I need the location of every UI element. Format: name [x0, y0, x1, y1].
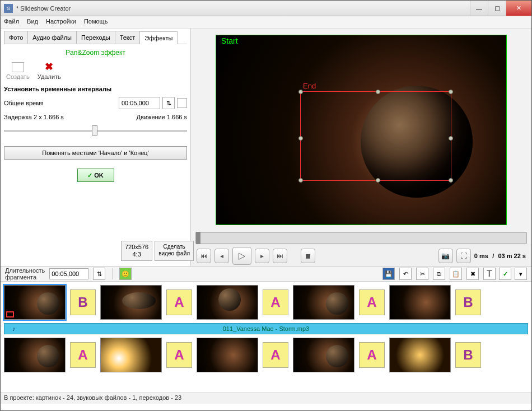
panzoom-indicator-icon [6, 311, 14, 317]
create-effect-button[interactable]: Создать [6, 62, 30, 80]
seek-bar[interactable] [195, 232, 527, 244]
menu-view[interactable]: Вид [27, 18, 38, 26]
transition-6[interactable]: A [70, 342, 96, 368]
transition-3[interactable]: A [263, 289, 288, 315]
tab-effects[interactable]: Эффекты [139, 31, 178, 44]
transition-8[interactable]: A [263, 342, 288, 368]
delete-label: Удалить [38, 73, 61, 80]
stop-button[interactable]: ◼ [301, 249, 315, 263]
time-spinner[interactable]: ⇅ [162, 97, 175, 109]
time-position: 0 ms [474, 253, 488, 259]
face-thumbnail[interactable]: 🙂 [119, 268, 132, 280]
paste-icon[interactable]: 📋 [450, 268, 462, 280]
snapshot-button[interactable]: 📷 [438, 249, 453, 263]
delete-x-icon: ✖ [43, 62, 55, 72]
timeline[interactable]: B A A A B ♪ 011_Vanessa Mae - Storm.mp3 … [1, 282, 531, 393]
tab-transitions[interactable]: Переходы [76, 31, 115, 44]
tab-audio[interactable]: Аудио файлы [27, 31, 77, 44]
create-label: Создать [6, 73, 30, 80]
clip-8[interactable] [197, 338, 258, 372]
clip-3[interactable] [197, 285, 258, 320]
left-panel: Фото Аудио файлы Переходы Текст Эффекты … [1, 29, 191, 266]
go-end-button[interactable]: ⏭ [273, 249, 287, 263]
preview-canvas[interactable]: Start End [216, 35, 507, 225]
minimize-button[interactable]: — [470, 1, 488, 16]
delay-label: Задержка 2 x 1.666 s [4, 114, 64, 120]
text-tool-icon[interactable]: T [483, 268, 496, 280]
total-time-label: Общее время [4, 100, 44, 106]
resolution-box[interactable]: 720x576 4:3 [121, 241, 152, 261]
slider-thumb[interactable] [92, 125, 97, 136]
start-frame-label: Start [220, 36, 240, 45]
window-title: * Slideshow Creator [16, 5, 470, 12]
end-frame-box[interactable]: End [300, 91, 451, 181]
ok-button[interactable]: OK [77, 169, 114, 182]
motion-label: Движение 1.666 s [137, 114, 187, 120]
tab-text[interactable]: Текст [115, 31, 141, 44]
timeline-row-1: B A A A B [4, 285, 528, 320]
apply-icon[interactable]: ✓ [499, 268, 511, 280]
save-icon[interactable]: 💾 [382, 268, 395, 280]
fullscreen-button[interactable]: ⛶ [456, 249, 471, 263]
menu-help[interactable]: Помощь [84, 18, 108, 26]
swap-start-end-button[interactable]: Поменять местами 'Начало' и 'Конец' [4, 146, 187, 160]
fragment-duration-input[interactable] [49, 268, 88, 279]
next-frame-button[interactable]: ▸ [255, 249, 269, 263]
delete-icon[interactable]: ✖ [466, 268, 479, 280]
transition-9[interactable]: A [359, 342, 385, 368]
clip-10[interactable] [389, 338, 451, 372]
menu-settings[interactable]: Настройки [46, 18, 76, 26]
prev-frame-button[interactable]: ◂ [214, 249, 229, 263]
clip-4[interactable] [293, 285, 354, 320]
cut-icon[interactable]: ✂ [416, 268, 428, 280]
fragment-duration-label: Длительность фрагмента [5, 267, 45, 281]
tab-photo[interactable]: Фото [4, 31, 28, 44]
time-lock-checkbox[interactable] [177, 98, 187, 108]
preview-area: Start End ⏮ ◂ ▷ ▸ ⏭ ◼ 📷 ⛶ 0 ms [191, 29, 531, 266]
delay-motion-slider[interactable] [4, 125, 187, 136]
timecode: 0 ms / 03 m 22 s [474, 251, 526, 260]
clip-1[interactable] [4, 285, 66, 320]
effect-title: Pan&Zoom эффект [4, 44, 187, 61]
delete-effect-button[interactable]: ✖ Удалить [38, 62, 61, 80]
seek-thumb[interactable] [196, 232, 200, 244]
transition-5[interactable]: B [455, 289, 481, 315]
timeline-toolbar: Длительность фрагмента ⇅ 🙂 💾 ↶ ✂ ⧉ 📋 ✖ T… [1, 266, 531, 282]
menu-file[interactable]: Файл [4, 18, 19, 26]
undo-icon[interactable]: ↶ [399, 268, 412, 280]
clip-9[interactable] [293, 338, 354, 372]
clip-5[interactable] [389, 285, 451, 320]
time-duration: 03 m 22 s [498, 253, 526, 259]
copy-icon[interactable]: ⧉ [433, 268, 445, 280]
aspect-ratio-value: 4:3 [125, 251, 148, 258]
transition-7[interactable]: A [166, 342, 192, 368]
make-video-button[interactable]: Сделать видео файл [155, 241, 194, 261]
app-icon: S [4, 4, 13, 13]
playback-toolbar: ⏮ ◂ ▷ ▸ ⏭ ◼ 📷 ⛶ 0 ms / 03 m 22 s [191, 245, 531, 266]
transition-2[interactable]: A [166, 289, 192, 315]
audio-filename: 011_Vanessa Mae - Storm.mp3 [223, 325, 309, 332]
audio-track[interactable]: ♪ 011_Vanessa Mae - Storm.mp3 [4, 323, 528, 334]
go-start-button[interactable]: ⏮ [197, 249, 211, 263]
timeline-row-2: A A A A B [4, 338, 528, 372]
resolution-value: 720x576 [125, 244, 148, 251]
close-button[interactable]: ✕ [506, 1, 531, 16]
music-note-icon: ♪ [12, 325, 16, 332]
clip-2[interactable] [100, 285, 162, 320]
intervals-heading: Установить временные интервалы [4, 83, 187, 95]
menubar: Файл Вид Настройки Помощь [1, 16, 531, 29]
total-time-input[interactable] [119, 97, 160, 109]
rectangle-icon [12, 62, 24, 72]
transition-4[interactable]: A [359, 289, 385, 315]
clip-7[interactable] [100, 338, 162, 372]
status-text: В проекте: картинок - 24, звуковых файло… [4, 394, 181, 401]
play-button[interactable]: ▷ [232, 247, 251, 265]
titlebar: S * Slideshow Creator — ▢ ✕ [1, 1, 531, 16]
transition-10[interactable]: B [455, 342, 481, 368]
maximize-button[interactable]: ▢ [488, 1, 506, 16]
apply-dropdown-icon[interactable]: ▾ [515, 268, 527, 280]
transition-1[interactable]: B [70, 289, 96, 315]
duration-spinner[interactable]: ⇅ [93, 268, 105, 280]
end-frame-label: End [303, 82, 316, 90]
clip-6[interactable] [4, 338, 66, 372]
